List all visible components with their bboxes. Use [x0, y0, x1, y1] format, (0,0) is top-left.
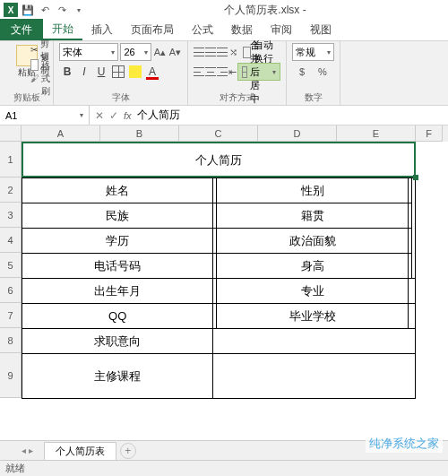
- cell-politics-label[interactable]: 政治面貌: [217, 229, 408, 254]
- merge-icon: [242, 66, 247, 78]
- row-header-2[interactable]: 2: [0, 177, 22, 203]
- sheet-tab-active[interactable]: 个人简历表: [44, 442, 116, 460]
- underline-button[interactable]: U: [93, 63, 109, 81]
- cell-phone-label[interactable]: 电话号码: [22, 254, 213, 279]
- font-size-select[interactable]: 26▾: [120, 43, 151, 61]
- col-header-B[interactable]: B: [100, 125, 179, 142]
- copy-icon: [30, 59, 39, 71]
- font-color-button[interactable]: A: [144, 63, 160, 81]
- titlebar: X 💾 ↶ ↷ ▾ 个人简历表.xlsx -: [0, 0, 448, 20]
- tab-data[interactable]: 数据: [222, 19, 262, 40]
- number-label: 数字: [287, 91, 340, 104]
- cell-native-label[interactable]: 籍贯: [217, 203, 408, 229]
- border-button[interactable]: [110, 63, 126, 81]
- group-alignment: ⤭ 自动换行 ⇤ 合并后居中▾ 对齐方式: [188, 41, 287, 105]
- cell-intent-label[interactable]: 求职意向: [22, 329, 213, 354]
- group-number: 常规▾ $ % 数字: [287, 41, 340, 105]
- merge-center-button[interactable]: 合并后居中▾: [237, 63, 280, 81]
- cell-name-label[interactable]: 姓名: [22, 178, 213, 203]
- align-left-button[interactable]: [194, 63, 204, 81]
- sheet-nav[interactable]: ◂ ▸: [22, 446, 33, 455]
- brush-icon: 🖌: [30, 74, 39, 85]
- tab-formulas[interactable]: 公式: [183, 19, 222, 40]
- grid[interactable]: 个人简历 姓名性别 民族籍贯 学历政治面貌 电话号码身高 出生年月专业 QQ毕业…: [22, 142, 448, 399]
- col-header-C[interactable]: C: [179, 125, 258, 142]
- status-text: 就绪: [5, 462, 25, 475]
- col-header-F[interactable]: F: [416, 125, 443, 142]
- fill-color-button[interactable]: [127, 63, 143, 81]
- align-bottom-button[interactable]: [217, 43, 228, 61]
- sheet-tabs: ◂ ▸ 个人简历表 +: [0, 440, 448, 460]
- ribbon-tabs: 文件 开始 插入 页面布局 公式 数据 审阅 视图: [0, 20, 448, 41]
- row-headers: 123456789: [0, 142, 22, 398]
- align-label: 对齐方式: [188, 91, 286, 104]
- select-all-button[interactable]: [0, 125, 22, 142]
- tab-page-layout[interactable]: 页面布局: [122, 19, 183, 40]
- border-icon: [112, 65, 125, 78]
- row-header-4[interactable]: 4: [0, 228, 22, 253]
- col-header-D[interactable]: D: [258, 125, 337, 142]
- row-header-8[interactable]: 8: [0, 328, 22, 353]
- align-top-button[interactable]: [194, 43, 204, 61]
- qat-dropdown-icon[interactable]: ▾: [72, 3, 86, 17]
- cell-qq-label[interactable]: QQ: [22, 304, 213, 329]
- cancel-icon[interactable]: ✕: [95, 109, 104, 122]
- formula-input[interactable]: 个人简历: [137, 108, 180, 123]
- tab-review[interactable]: 审阅: [262, 19, 301, 40]
- ribbon: 粘贴 ✂剪切 复制 🖌格式刷 剪贴板 宋体▾ 26▾ A▴ A▾ B I U A…: [0, 41, 448, 106]
- col-header-E[interactable]: E: [337, 125, 416, 142]
- cell-photo[interactable]: [411, 178, 415, 279]
- decrease-indent-button[interactable]: ⇤: [228, 63, 237, 81]
- row-header-6[interactable]: 6: [0, 278, 22, 303]
- increase-font-icon[interactable]: A▴: [153, 43, 167, 61]
- col-header-A[interactable]: A: [22, 125, 100, 142]
- column-headers: ABCDEF: [22, 125, 448, 142]
- cell-gender-label[interactable]: 性别: [217, 178, 408, 203]
- cell-courses-label[interactable]: 主修课程: [22, 354, 213, 399]
- percent-button[interactable]: %: [313, 63, 332, 81]
- row-header-3[interactable]: 3: [0, 203, 22, 228]
- fx-icon[interactable]: fx: [124, 110, 132, 121]
- statusbar: 就绪: [0, 460, 448, 476]
- font-name-select[interactable]: 宋体▾: [59, 43, 118, 61]
- decrease-font-icon[interactable]: A▾: [168, 43, 182, 61]
- cell-ethnic-label[interactable]: 民族: [22, 203, 213, 229]
- redo-icon[interactable]: ↷: [55, 3, 69, 17]
- italic-button[interactable]: I: [76, 63, 92, 81]
- row-header-1[interactable]: 1: [0, 142, 22, 177]
- cell-major-label[interactable]: 专业: [217, 279, 408, 304]
- window-title: 个人简历表.xlsx -: [86, 3, 444, 18]
- excel-icon: X: [4, 3, 18, 17]
- add-sheet-button[interactable]: +: [120, 443, 136, 459]
- sheet-area: ABCDEF 123456789 个人简历 姓名性别 民族籍贯 学历政治面貌 电…: [0, 125, 448, 399]
- confirm-icon[interactable]: ✓: [109, 109, 118, 122]
- font-label: 字体: [54, 91, 187, 104]
- row-header-9[interactable]: 9: [0, 353, 22, 398]
- group-clipboard: 粘贴 ✂剪切 复制 🖌格式刷 剪贴板: [0, 41, 54, 105]
- resume-title-cell[interactable]: 个人简历: [22, 143, 416, 178]
- cell-height-label[interactable]: 身高: [217, 254, 408, 279]
- cell-edu-label[interactable]: 学历: [22, 229, 213, 254]
- row-header-5[interactable]: 5: [0, 253, 22, 278]
- fill-icon: [129, 65, 142, 78]
- cell-birth-label[interactable]: 出生年月: [22, 279, 213, 304]
- tab-view[interactable]: 视图: [301, 19, 340, 40]
- resume-table: 个人简历 姓名性别 民族籍贯 学历政治面貌 电话号码身高 出生年月专业 QQ毕业…: [22, 142, 416, 399]
- undo-icon[interactable]: ↶: [38, 3, 52, 17]
- number-format-select[interactable]: 常规▾: [292, 43, 334, 61]
- bold-button[interactable]: B: [59, 63, 75, 81]
- name-box[interactable]: A1▾: [0, 106, 90, 125]
- orientation-button[interactable]: ⤭: [228, 43, 238, 61]
- save-icon[interactable]: 💾: [21, 3, 35, 17]
- align-center-button[interactable]: [205, 63, 216, 81]
- selection-handle[interactable]: [413, 175, 418, 180]
- format-painter-button[interactable]: 🖌格式刷: [30, 72, 53, 86]
- currency-button[interactable]: $: [292, 63, 312, 81]
- tab-insert[interactable]: 插入: [82, 19, 122, 40]
- row-header-7[interactable]: 7: [0, 303, 22, 328]
- cell-school-label[interactable]: 毕业学校: [217, 304, 408, 329]
- formula-bar: A1▾ ✕ ✓ fx 个人简历: [0, 106, 448, 125]
- tab-file[interactable]: 文件: [0, 19, 43, 40]
- align-right-button[interactable]: [217, 63, 228, 81]
- align-middle-button[interactable]: [205, 43, 216, 61]
